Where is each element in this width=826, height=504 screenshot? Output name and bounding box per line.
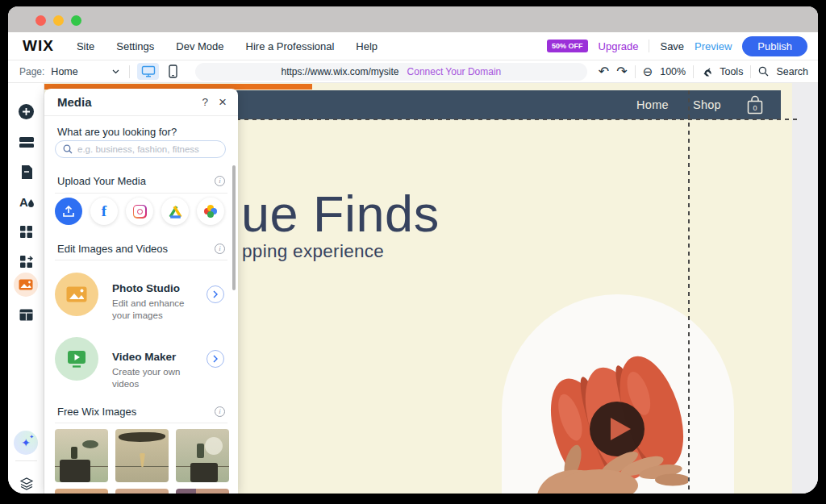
design-a-drop-icon: A [19,194,35,209]
video-maker-desc: Create your own videos [112,366,201,390]
video-maker-title: Video Maker [112,351,176,363]
google-drive-import-button[interactable] [161,198,189,225]
ai-assistant-button[interactable]: ✦ ✦ [14,431,38,455]
google-photos-import-button[interactable] [197,198,224,225]
thumbnail-graphic [205,437,223,455]
free-image-thumbnail[interactable] [176,489,229,494]
free-image-thumbnail[interactable] [55,429,108,482]
editor-toolbar: Page: Home http [8,60,818,83]
divider [55,260,227,260]
screen: WIX Site Settings Dev Mode Hire a Profes… [0,0,826,504]
page-selector[interactable]: Page: Home [8,66,129,77]
mobile-view-toggle[interactable] [162,63,184,80]
publish-button[interactable]: Publish [742,36,807,56]
menu-hire-a-professional[interactable]: Hire a Professional [246,40,335,52]
save-button[interactable]: Save [660,40,684,52]
chevron-down-icon [112,69,119,74]
video-icon [67,350,86,368]
google-photos-icon [204,205,217,218]
mobile-icon [169,65,177,78]
upload-media-button[interactable] [55,198,82,225]
editor-topbar: WIX Site Settings Dev Mode Hire a Profes… [8,32,818,60]
grid-guide-dashed-line [688,90,690,494]
menu-settings[interactable]: Settings [116,40,154,52]
panel-title: Media [57,95,92,109]
panel-scrollbar[interactable] [232,165,236,290]
divider [129,65,130,78]
page-selector-label: Page: [19,66,44,77]
ai-sparkle-small-icon: ✦ [29,434,34,439]
info-icon[interactable]: i [215,244,225,254]
content-manager-button[interactable] [8,302,44,327]
site-design-button[interactable]: A [8,190,44,214]
photo-studio-avatar [55,273,98,316]
free-image-thumbnail[interactable] [55,489,108,494]
search-button[interactable]: Search [776,66,808,77]
edit-section-header: Edit Images and Videos i [57,242,225,255]
desktop-icon [141,65,156,77]
thumbnail-graphic [140,453,145,467]
add-elements-button[interactable] [8,99,44,123]
hero-subheading-text[interactable]: pping experience [242,241,384,262]
google-drive-icon [168,205,183,219]
divider [635,65,636,78]
instagram-import-button[interactable] [126,198,153,225]
add-apps-button[interactable] [8,249,44,273]
pages-menu-button[interactable] [8,160,44,184]
close-window-button[interactable] [35,15,46,26]
zoom-level[interactable]: 100% [660,66,686,77]
media-search-input[interactable]: e.g. business, fashion, fitness [55,140,226,158]
browser-window: WIX Site Settings Dev Mode Hire a Profes… [8,6,818,494]
video-maker-open-button[interactable] [206,350,224,368]
search-placeholder: e.g. business, fashion, fitness [77,144,199,154]
page-selector-value: Home [51,66,77,77]
instagram-icon [133,205,147,219]
tools-icon [701,66,712,77]
search-heading: What are you looking for? [57,126,177,138]
sections-icon [19,136,35,148]
info-icon[interactable]: i [215,176,225,186]
widgets-arrow-icon [19,255,34,269]
hero-heading-text[interactable]: ue Finds [241,185,440,243]
menu-dev-mode[interactable]: Dev Mode [176,40,223,52]
photo-studio-open-button[interactable] [206,285,224,303]
free-image-thumbnail[interactable] [176,429,229,482]
chevron-right-icon [213,355,218,363]
divider [55,193,227,194]
preview-button[interactable]: Preview [695,40,732,52]
undo-button[interactable]: ↶ [599,65,609,78]
media-button-active[interactable] [14,273,38,297]
grid-squares-icon [19,225,33,239]
free-images-section-title: Free Wix Images [57,406,136,418]
help-button[interactable]: ? [202,96,209,108]
layers-button[interactable] [8,472,44,494]
divider [15,460,37,461]
upgrade-link[interactable]: Upgrade [599,40,639,52]
thumbnail-graphic [71,447,77,459]
desktop-view-toggle[interactable] [137,63,159,80]
free-image-thumbnail[interactable] [115,429,169,482]
site-nav-shop[interactable]: Shop [693,98,721,111]
thumbnail-graphic [190,463,218,482]
tools-button[interactable]: Tools [720,66,743,77]
add-section-button[interactable] [8,130,44,154]
photo-studio-title: Photo Studio [112,282,180,294]
redo-button[interactable]: ↷ [616,65,627,78]
zoom-window-button[interactable] [71,15,81,26]
close-panel-button[interactable]: × [219,95,227,109]
zoom-out-icon[interactable]: ⊖ [643,65,653,77]
facebook-import-button[interactable]: f [90,198,118,225]
facebook-icon: f [102,202,106,220]
app-market-button[interactable] [8,219,44,244]
connect-your-domain-link[interactable]: Connect Your Domain [407,66,502,77]
info-icon[interactable]: i [215,406,225,417]
menu-help[interactable]: Help [356,40,378,52]
photo-icon [66,286,87,302]
menu-site[interactable]: Site [77,40,94,52]
cart-bag-icon[interactable]: 0 [745,94,765,115]
site-url-bar[interactable]: https://www.wix.com/mysite Connect Your … [195,63,587,81]
site-nav-home[interactable]: Home [636,98,669,111]
divider [750,65,751,78]
free-image-thumbnail[interactable] [115,489,169,494]
minimize-window-button[interactable] [53,15,64,26]
